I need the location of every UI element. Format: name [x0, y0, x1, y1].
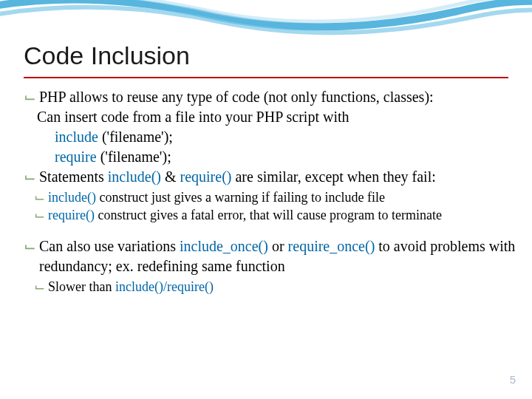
bullet-icon: ⌙	[24, 167, 36, 187]
bullet-3-text: Can also use variations include_once() o…	[39, 236, 519, 276]
text-fragment: construct gives a fatal error, that will…	[95, 208, 442, 222]
bullet-icon: ⌙	[34, 188, 45, 206]
bullet-icon: ⌙	[34, 278, 45, 296]
bullet-2-sub1-text: include() construct just gives a warning…	[48, 188, 519, 206]
bullet-1-code2: require ('filename');	[55, 147, 519, 167]
bullet-2-sub2: ⌙ require() construct gives a fatal erro…	[34, 206, 519, 224]
page-number: 5	[510, 373, 516, 386]
bullet-icon: ⌙	[34, 206, 45, 224]
bullet-3: ⌙ Can also use variations include_once()…	[24, 236, 519, 276]
bullet-2-sub2-text: require() construct gives a fatal error,…	[48, 206, 519, 224]
keyword-require-fn: require()	[180, 168, 232, 185]
slide-content: ⌙ PHP allows to reuse any type of code (…	[24, 87, 519, 296]
text-fragment: Statements	[39, 168, 108, 185]
slide-title: Code Inclusion	[24, 41, 190, 70]
bullet-icon: ⌙	[24, 87, 36, 107]
keyword-include-fn: include()	[48, 190, 96, 205]
bullet-1: ⌙ PHP allows to reuse any type of code (…	[24, 87, 519, 107]
keyword-require: require	[55, 149, 97, 165]
text-fragment: or	[268, 238, 288, 254]
bullet-icon: ⌙	[24, 236, 36, 256]
keyword-include-fn: include()	[108, 168, 161, 185]
bullet-1-line2: Can insert code from a file into your PH…	[37, 107, 519, 127]
keyword-require-fn: require()	[48, 208, 95, 222]
bullet-3-sub1: ⌙ Slower than include()/require()	[34, 278, 519, 296]
text-fragment: Slower than	[48, 279, 115, 294]
keyword-require-once: require_once()	[288, 238, 375, 254]
text-fragment: &	[161, 168, 180, 185]
code-rest: ('filename');	[97, 149, 171, 165]
bullet-2-sub1: ⌙ include() construct just gives a warni…	[34, 188, 519, 206]
bullet-1-text: PHP allows to reuse any type of code (no…	[39, 87, 519, 107]
title-underline	[24, 77, 508, 78]
keyword-include-once: include_once()	[180, 238, 268, 254]
bullet-2: ⌙ Statements include() & require() are s…	[24, 167, 519, 187]
keyword-include: include	[55, 129, 98, 145]
text-fragment: are similar, except when they fail:	[231, 168, 435, 185]
bullet-2-text: Statements include() & require() are sim…	[39, 167, 519, 187]
bullet-3-sub1-text: Slower than include()/require()	[48, 278, 519, 296]
text-fragment: construct just gives a warning if failin…	[96, 190, 385, 205]
text-fragment: Can also use variations	[39, 238, 180, 254]
bullet-1-code1: include ('filename');	[55, 127, 519, 147]
keyword-include-require: include()/require()	[115, 279, 214, 294]
code-rest: ('filename');	[98, 129, 173, 145]
